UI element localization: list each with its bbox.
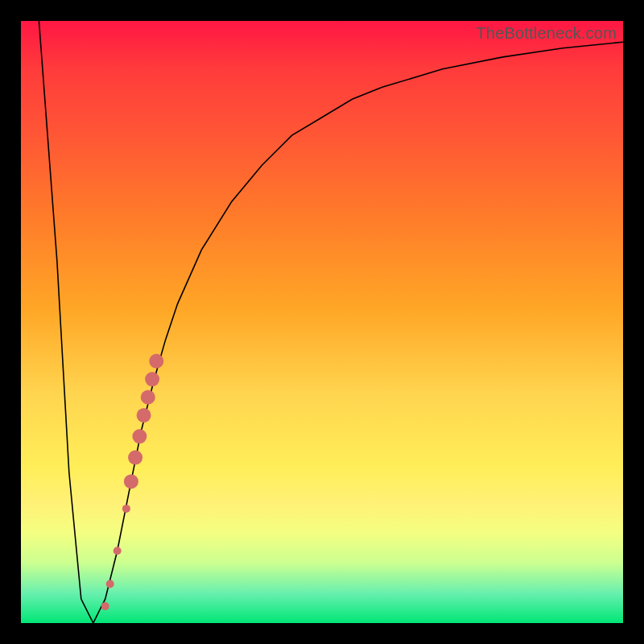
data-markers xyxy=(101,354,164,610)
data-marker xyxy=(106,580,114,588)
data-marker xyxy=(132,429,147,444)
data-marker xyxy=(122,505,130,513)
data-marker xyxy=(114,547,122,555)
plot-area: TheBottleneck.com xyxy=(21,21,623,623)
bottleneck-curve xyxy=(39,21,623,623)
data-marker xyxy=(149,354,163,369)
chart-svg xyxy=(21,21,623,623)
data-marker xyxy=(101,602,109,610)
data-marker xyxy=(128,450,142,464)
chart-frame: TheBottleneck.com xyxy=(0,0,644,644)
data-marker xyxy=(145,372,159,386)
data-marker xyxy=(141,390,155,405)
data-marker xyxy=(137,408,151,423)
watermark-text: TheBottleneck.com xyxy=(476,24,617,43)
data-marker xyxy=(124,474,138,489)
